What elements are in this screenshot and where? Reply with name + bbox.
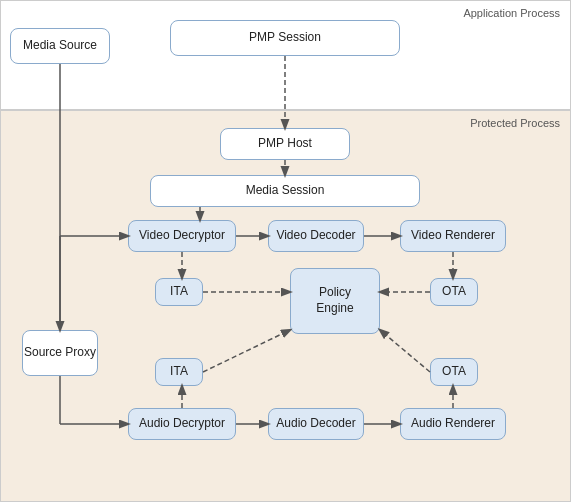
video-decoder-box: Video Decoder	[268, 220, 364, 252]
ota-bottom-box: OTA	[430, 358, 478, 386]
audio-decryptor-box: Audio Decryptor	[128, 408, 236, 440]
protected-process-label: Protected Process	[470, 117, 560, 129]
video-decryptor-box: Video Decryptor	[128, 220, 236, 252]
policy-engine-box: Policy Engine	[290, 268, 380, 334]
media-session-box: Media Session	[150, 175, 420, 207]
pmp-host-box: PMP Host	[220, 128, 350, 160]
ota-top-box: OTA	[430, 278, 478, 306]
audio-renderer-box: Audio Renderer	[400, 408, 506, 440]
source-proxy-box: Source Proxy	[22, 330, 98, 376]
audio-decoder-box: Audio Decoder	[268, 408, 364, 440]
media-source-box: Media Source	[10, 28, 110, 64]
video-renderer-box: Video Renderer	[400, 220, 506, 252]
protected-process-region: Protected Process	[0, 110, 571, 502]
ita-bottom-box: ITA	[155, 358, 203, 386]
app-process-label: Application Process	[463, 7, 560, 19]
pmp-session-box: PMP Session	[170, 20, 400, 56]
ita-top-box: ITA	[155, 278, 203, 306]
